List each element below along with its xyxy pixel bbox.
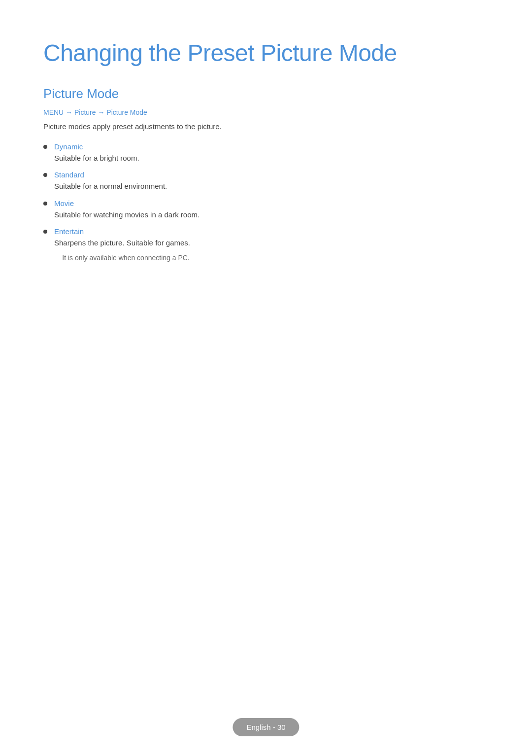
bullet-list: DynamicSuitable for a bright room.Standa…	[43, 142, 489, 263]
sub-note-text: It is only available when connecting a P…	[62, 253, 189, 263]
bullet-dot-icon	[43, 173, 47, 177]
list-item: MovieSuitable for watching movies in a d…	[43, 199, 489, 221]
bullet-label: Movie	[54, 199, 74, 207]
bullet-label: Entertain	[54, 227, 84, 236]
bullet-description: Sharpens the picture. Suitable for games…	[54, 238, 489, 249]
sub-note-dash-icon: –	[54, 253, 58, 261]
bullet-description: Suitable for a bright room.	[54, 153, 489, 164]
page-main-title: Changing the Preset Picture Mode	[43, 39, 489, 67]
bullet-description: Suitable for a normal environment.	[54, 181, 489, 192]
bullet-dot-icon	[43, 230, 47, 234]
bullet-label: Standard	[54, 171, 84, 179]
bullet-description: Suitable for watching movies in a dark r…	[54, 209, 489, 221]
sub-note: –It is only available when connecting a …	[54, 253, 489, 263]
menu-path: MENU → Picture → Picture Mode	[43, 108, 489, 116]
list-item: DynamicSuitable for a bright room.	[43, 142, 489, 164]
intro-text: Picture modes apply preset adjustments t…	[43, 121, 489, 133]
footer-label: English - 30	[233, 718, 299, 736]
bullet-dot-icon	[43, 145, 47, 149]
list-item: EntertainSharpens the picture. Suitable …	[43, 227, 489, 263]
list-item: StandardSuitable for a normal environmen…	[43, 171, 489, 192]
section-title: Picture Mode	[43, 86, 489, 102]
bullet-label: Dynamic	[54, 142, 83, 151]
bullet-dot-icon	[43, 202, 47, 206]
